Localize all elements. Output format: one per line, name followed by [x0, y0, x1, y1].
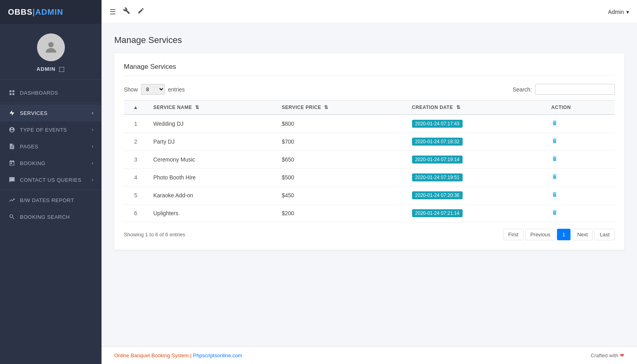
cell-creation-date: 2020-01-24 07:21:14	[406, 204, 546, 222]
entries-label: entries	[168, 86, 185, 93]
svg-rect-4	[12, 93, 14, 95]
sidebar-item-label: TYPE OF EVENTS	[20, 127, 67, 133]
cell-num: 4	[124, 169, 148, 187]
main-area: ☰ Admin ▾ Manage Services Manage Service…	[102, 0, 637, 364]
svg-rect-2	[12, 90, 14, 92]
services-icon	[8, 109, 16, 117]
cell-service-name: Wedding DJ	[148, 115, 276, 133]
show-label: Show	[124, 86, 138, 93]
admin-chevron-icon: ▾	[626, 9, 629, 15]
sidebar-item-booking[interactable]: BOOKING ›	[0, 155, 102, 171]
cell-creation-date: 2020-01-24 07:17:43	[406, 115, 546, 133]
svg-rect-1	[10, 90, 12, 92]
booking-icon	[8, 159, 16, 167]
card-title: Manage Services	[124, 63, 615, 76]
cell-service-price: $650	[276, 151, 406, 169]
cell-service-price: $500	[276, 169, 406, 187]
sidebar-profile: ADMIN ⬚	[0, 24, 102, 80]
pencil-icon[interactable]	[137, 7, 145, 16]
chevron-right-icon: ›	[92, 160, 94, 166]
delete-icon[interactable]	[551, 138, 558, 145]
cell-service-price: $800	[276, 115, 406, 133]
col-num[interactable]: ▲	[124, 101, 148, 115]
table-controls: Show 8 10 25 50 100 entries Search:	[124, 84, 615, 95]
cell-num: 5	[124, 187, 148, 204]
col-creation-date[interactable]: CREATION DATE ⇅	[406, 101, 546, 115]
contact-icon	[8, 176, 16, 184]
chevron-right-icon: ›	[92, 177, 94, 183]
cell-action	[546, 151, 615, 169]
logout-icon[interactable]: ⬚	[59, 65, 65, 73]
cell-creation-date: 2020-01-24 07:19:51	[406, 169, 546, 187]
cell-creation-date: 2020-01-24 07:20:36	[406, 187, 546, 204]
sidebar-item-contact-us[interactable]: CONTACT US QUERIES ›	[0, 171, 102, 188]
chevron-right-icon: ›	[92, 110, 94, 116]
cell-num: 6	[124, 204, 148, 222]
cell-action	[546, 169, 615, 187]
sidebar-item-services[interactable]: SERVICES ›	[0, 105, 102, 121]
col-action: ACTION	[546, 101, 615, 115]
topbar: ☰ Admin ▾	[102, 0, 637, 24]
delete-icon[interactable]	[551, 156, 558, 163]
admin-menu[interactable]: Admin ▾	[608, 9, 629, 15]
entries-select[interactable]: 8 10 25 50 100	[141, 84, 165, 95]
cell-service-price: $200	[276, 204, 406, 222]
delete-icon[interactable]	[551, 174, 558, 181]
col-service-price[interactable]: SERVICE PRICE ⇅	[276, 101, 406, 115]
delete-icon[interactable]	[551, 210, 558, 217]
pagination-first-button[interactable]: First	[503, 229, 524, 240]
table-header-row: ▲ SERVICE NAME ⇅ SERVICE PRICE ⇅ CREATIO…	[124, 101, 615, 115]
cell-action	[546, 204, 615, 222]
pagination-last-button[interactable]: Last	[594, 229, 615, 240]
footer-link[interactable]: Phpscriptsonline.com	[193, 352, 242, 358]
user-avatar-icon	[43, 39, 59, 55]
cell-service-name: Ceremony Music	[148, 151, 276, 169]
sidebar-item-dashboards[interactable]: DASHBOARDS	[0, 84, 102, 101]
sidebar-item-bw-dates[interactable]: B/W DATES REPORT	[0, 192, 102, 208]
wrench-icon[interactable]	[123, 7, 130, 16]
pagination-previous-button[interactable]: Previous	[525, 229, 556, 240]
sidebar-nav: DASHBOARDS SERVICES › TYPE OF EVENTS › P…	[0, 80, 102, 364]
svg-rect-3	[10, 93, 12, 95]
search-icon	[8, 213, 16, 221]
table-row: 5 Karaoke Add-on $450 2020-01-24 07:20:3…	[124, 187, 615, 204]
table-row: 6 Uplighters $200 2020-01-24 07:21:14	[124, 204, 615, 222]
delete-icon[interactable]	[551, 192, 558, 199]
cell-service-name: Karaoke Add-on	[148, 187, 276, 204]
sidebar-item-label: SERVICES	[20, 110, 48, 116]
sidebar-item-booking-search[interactable]: BOOKING SEARCH	[0, 208, 102, 225]
pagination-next-button[interactable]: Next	[572, 229, 593, 240]
logo: OBBS|ADMIN	[0, 0, 102, 24]
table-row: 2 Party DJ $700 2020-01-24 07:18:32	[124, 133, 615, 151]
sidebar-item-label: BOOKING SEARCH	[20, 214, 70, 220]
col-service-name[interactable]: SERVICE NAME ⇅	[148, 101, 276, 115]
sidebar-item-type-of-events[interactable]: TYPE OF EVENTS ›	[0, 121, 102, 138]
logo-text: OBBS|ADMIN	[8, 8, 63, 17]
table-row: 4 Photo Booth Hire $500 2020-01-24 07:19…	[124, 169, 615, 187]
cell-creation-date: 2020-01-24 07:19:14	[406, 151, 546, 169]
chevron-right-icon: ›	[92, 127, 94, 132]
sidebar-item-label: DASHBOARDS	[20, 90, 58, 96]
search-label: Search:	[513, 86, 532, 93]
svg-point-0	[48, 42, 53, 47]
topbar-icons: ☰	[109, 7, 145, 16]
services-card: Manage Services Show 8 10 25 50 100 entr…	[114, 53, 624, 250]
delete-icon[interactable]	[551, 121, 558, 127]
menu-toggle-icon[interactable]: ☰	[109, 8, 116, 16]
dates-icon	[8, 196, 16, 204]
pagination-page-1-button[interactable]: 1	[557, 229, 570, 240]
search-input[interactable]	[535, 84, 615, 95]
cell-service-price: $450	[276, 187, 406, 204]
footer: Online Banquet Booking System | Phpscrip…	[102, 346, 637, 364]
sidebar: OBBS|ADMIN ADMIN ⬚ DASHBOARDS SERVICES ›	[0, 0, 102, 364]
pagination-row: Showing 1 to 6 of 6 entries First Previo…	[124, 229, 615, 240]
footer-left: Online Banquet Booking System | Phpscrip…	[114, 352, 242, 358]
table-row: 3 Ceremony Music $650 2020-01-24 07:19:1…	[124, 151, 615, 169]
pages-icon	[8, 142, 16, 150]
cell-num: 3	[124, 151, 148, 169]
show-entries: Show 8 10 25 50 100 entries	[124, 84, 185, 95]
table-row: 1 Wedding DJ $800 2020-01-24 07:17:43	[124, 115, 615, 133]
sidebar-item-pages[interactable]: PAGES ›	[0, 138, 102, 155]
sidebar-item-label: BOOKING	[20, 160, 45, 166]
pagination-buttons: First Previous 1 Next Last	[503, 229, 615, 240]
